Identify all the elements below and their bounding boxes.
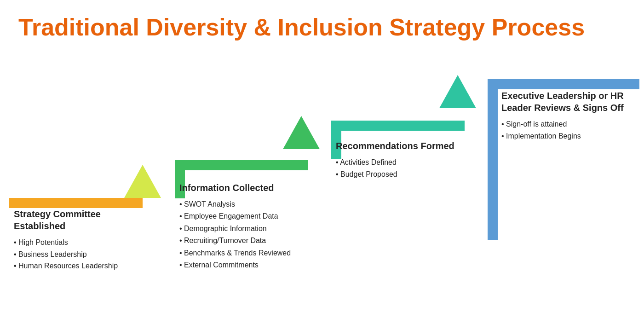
step1-title: Strategy Committee Established [14,208,133,232]
list-item: Human Resources Leadership [14,260,133,272]
step3-title: Recommendations Formed [336,140,460,152]
step3-triangle [439,75,476,108]
list-item: SWOT Analysis [179,198,308,210]
step4-bar-top [488,79,639,89]
step1-content: Strategy Committee Established High Pote… [14,208,133,272]
step4-bullets: Sign-off is attained Implementation Begi… [501,118,637,143]
page-title: Traditional Diversity & Inclusion Strate… [18,14,585,41]
step3-bullets: Activities Defined Budget Proposed [336,156,460,181]
list-item: Recruiting/Turnover Data [179,235,308,247]
list-item: Business Leadership [14,249,133,261]
step4-title: Executive Leadership or HR Leader Review… [501,90,637,114]
step2-triangle [283,116,320,149]
step3-content: Recommendations Formed Activities Define… [336,140,460,181]
list-item: External Commitments [179,259,308,271]
step2-bullets: SWOT Analysis Employee Engagement Data D… [179,198,308,271]
step1-bar [9,198,143,208]
step3-bar-horizontal [331,121,465,131]
list-item: Benchmarks & Trends Reviewed [179,247,308,259]
list-item: Activities Defined [336,156,460,168]
step2-title: Information Collected [179,182,308,194]
list-item: Employee Engagement Data [179,210,308,222]
step1-triangle [124,165,161,198]
step2-content: Information Collected SWOT Analysis Empl… [179,182,308,271]
list-item: High Potentials [14,237,133,249]
list-item: Demographic Information [179,223,308,235]
list-item: Sign-off is attained [501,118,637,130]
step4-content: Executive Leadership or HR Leader Review… [501,90,637,143]
list-item: Budget Proposed [336,168,460,180]
step2-bar-horizontal [175,160,308,170]
list-item: Implementation Begins [501,130,637,142]
step1-bullets: High Potentials Business Leadership Huma… [14,237,133,272]
step4-bar-side [488,79,498,240]
